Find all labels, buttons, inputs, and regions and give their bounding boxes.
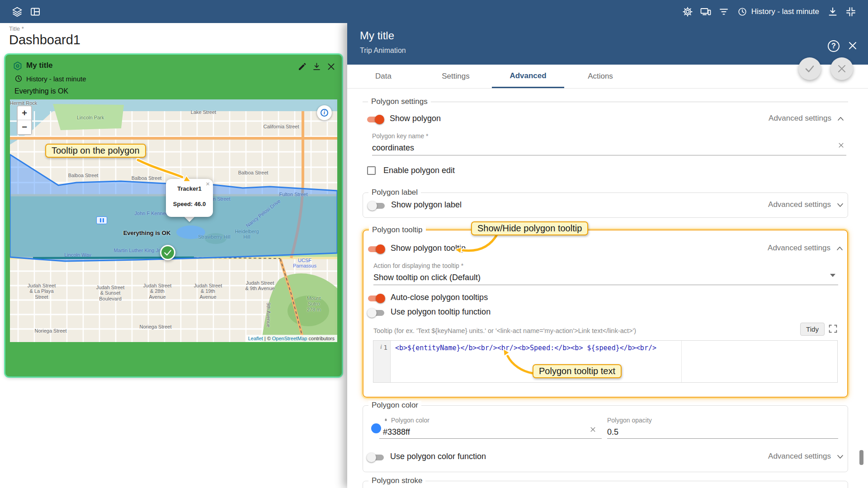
- tab-bar: Data Settings Advanced Actions: [347, 65, 868, 89]
- check-marker[interactable]: [160, 245, 175, 260]
- enable-polygon-edit-checkbox[interactable]: [367, 166, 376, 175]
- clock-icon: [14, 75, 23, 83]
- settings-button[interactable]: [679, 3, 697, 21]
- clear-icon[interactable]: [588, 426, 597, 435]
- map-popup: × Tracker1 Speed: 46.0: [166, 179, 213, 217]
- tooltip-action-label: Action for displaying the tooltip *: [373, 262, 838, 269]
- advanced-settings-button[interactable]: Advanced settings: [768, 200, 844, 209]
- info-annotation-icon: i: [380, 344, 382, 382]
- use-tooltip-function-toggle[interactable]: [367, 309, 385, 317]
- close-icon: [836, 63, 847, 74]
- polygon-settings-section: Polygon settings Show polygon Advanced s…: [363, 102, 848, 182]
- chevron-down-icon: [836, 454, 844, 459]
- tooltip-action-select[interactable]: Action for displaying the tooltip * Show…: [373, 262, 838, 282]
- line-number: 1: [384, 344, 387, 382]
- polygon-opacity-value[interactable]: 0.5: [607, 427, 838, 437]
- widget-close-button[interactable]: [326, 61, 336, 72]
- widget-timewindow[interactable]: History - last minute: [14, 75, 86, 83]
- tidy-button[interactable]: Tidy: [800, 323, 825, 336]
- polygon-opacity-field[interactable]: Polygon opacity 0.5: [607, 417, 838, 437]
- export-button[interactable]: [824, 3, 842, 21]
- leaflet-link[interactable]: Leaflet: [248, 336, 263, 341]
- polygon-key-field[interactable]: Polygon key name * coordinates: [372, 132, 848, 153]
- show-polygon-toggle[interactable]: [366, 116, 384, 123]
- advanced-settings-button[interactable]: Advanced settings: [768, 244, 844, 253]
- tab-actions[interactable]: Actions: [564, 65, 637, 88]
- timewindow-button[interactable]: History - last minute: [733, 3, 824, 21]
- advanced-settings-button[interactable]: Advanced settings: [769, 114, 844, 123]
- show-polygon-label-toggle[interactable]: [368, 202, 386, 210]
- advanced-settings-label: Advanced settings: [769, 114, 831, 123]
- tab-settings[interactable]: Settings: [420, 65, 492, 88]
- close-icon: [847, 40, 858, 51]
- filter-icon: [718, 6, 729, 17]
- palette-icon: [383, 418, 389, 423]
- polygon-color-label: Polygon color: [391, 417, 429, 424]
- use-color-function-label: Use polygon color function: [390, 452, 486, 461]
- use-color-function-toggle[interactable]: [367, 454, 385, 461]
- layers-icon: [12, 6, 23, 17]
- help-button[interactable]: ?: [828, 40, 840, 52]
- check-icon: [804, 63, 815, 74]
- devices-button[interactable]: [697, 3, 715, 21]
- show-polygon-tooltip-toggle[interactable]: [367, 245, 385, 253]
- annotation-tooltip-on-polygon: Tooltip on the polygon: [45, 144, 146, 158]
- apply-button[interactable]: [798, 57, 821, 80]
- widget-status-text: Everything is OK: [14, 87, 68, 95]
- editor-gutter: i 1: [373, 341, 391, 382]
- section-legend: Polygon tooltip: [369, 225, 426, 235]
- close-icon: [326, 62, 336, 71]
- panel-header: My title Trip Animation ?: [347, 23, 868, 65]
- chevron-down-icon[interactable]: [830, 274, 835, 277]
- filter-button[interactable]: [715, 3, 733, 21]
- advanced-settings-label: Advanced settings: [768, 244, 830, 253]
- annotation-show-hide-tooltip: Show/Hide polygon tooltip: [471, 221, 588, 235]
- dashboards-icon-button[interactable]: [26, 3, 44, 21]
- section-legend: Polygon settings: [368, 97, 431, 106]
- layers-icon-button[interactable]: [8, 3, 26, 21]
- widget-export-button[interactable]: [311, 61, 322, 72]
- panel-close-button[interactable]: [847, 40, 859, 52]
- discard-button[interactable]: [830, 57, 853, 80]
- tooltip-action-value[interactable]: Show tooltip on click (Default): [373, 273, 838, 282]
- polygon-key-label: Polygon key name *: [372, 132, 848, 140]
- map[interactable]: Hermit Rock 8 ftLincoln ParkLake StreetC…: [10, 99, 337, 342]
- polygon-stroke-section: Polygon stroke: [363, 481, 848, 488]
- clear-icon[interactable]: [836, 141, 845, 150]
- chevron-down-icon: [836, 202, 844, 207]
- zoom-in-button[interactable]: +: [18, 106, 31, 120]
- tab-data[interactable]: Data: [347, 65, 420, 88]
- polygon-color-field[interactable]: Polygon color #3388ff: [383, 417, 602, 437]
- advanced-settings-button[interactable]: Advanced settings: [768, 452, 844, 461]
- polygon-opacity-label: Polygon opacity: [607, 417, 838, 424]
- polygon-color-value[interactable]: #3388ff: [383, 427, 602, 437]
- gear-icon: [682, 6, 693, 17]
- tooltip-code[interactable]: <b>${entityName}</b><br/><br/><b>Speed:<…: [391, 341, 837, 355]
- popup-speed: Speed: 46.0: [166, 201, 213, 207]
- expand-editor-button[interactable]: [827, 324, 838, 335]
- settings-panel: My title Trip Animation ? Data Settings …: [347, 23, 868, 488]
- widget-edit-button[interactable]: [297, 61, 307, 72]
- osm-link[interactable]: OpenStreetMap: [272, 336, 307, 341]
- zoom-control: + −: [17, 105, 32, 135]
- annotation-tooltip-text: Polygon tooltip text: [533, 364, 622, 378]
- exit-fullscreen-button[interactable]: [842, 3, 860, 21]
- chevron-up-icon: [837, 116, 844, 121]
- tab-advanced[interactable]: Advanced: [492, 65, 564, 88]
- polygon-label-section: Polygon label Show polygon label Advance…: [363, 192, 848, 218]
- pause-marker-icon[interactable]: [96, 216, 107, 224]
- polygon-color-swatch[interactable]: [371, 423, 381, 433]
- polygon-key-value[interactable]: coordinates: [372, 143, 848, 153]
- scrollbar-thumb[interactable]: [859, 450, 863, 465]
- map-info-button[interactable]: i: [317, 105, 332, 120]
- advanced-settings-label: Advanced settings: [768, 452, 831, 461]
- autoclose-tooltips-toggle[interactable]: [367, 295, 385, 302]
- panel-title: My title: [360, 29, 394, 42]
- dashboard-title-value[interactable]: Dashboard1: [9, 33, 80, 47]
- timewindow-label: History - last minute: [751, 7, 819, 16]
- zoom-out-button[interactable]: −: [18, 120, 31, 134]
- show-polygon-tooltip-label: Show polygon tooltip: [391, 244, 466, 253]
- top-bar: History - last minute: [0, 0, 868, 23]
- panel-subtitle: Trip Animation: [360, 47, 406, 55]
- map-overlay: [10, 99, 337, 342]
